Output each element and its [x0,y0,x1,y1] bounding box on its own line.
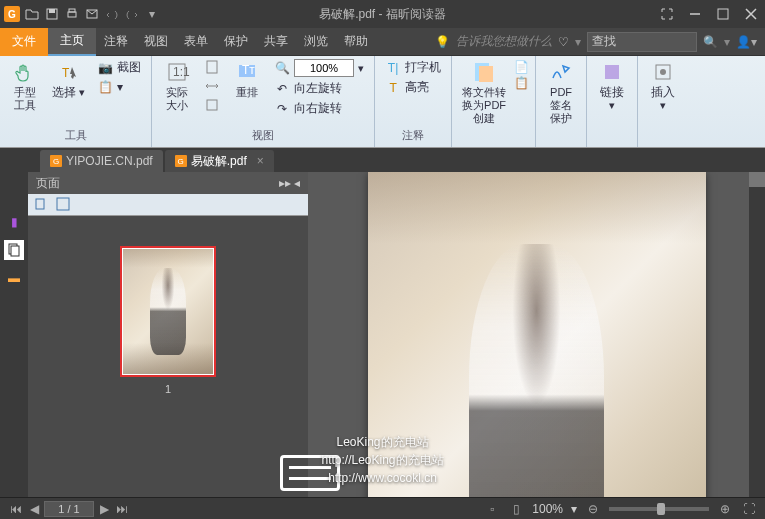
tab-close-icon[interactable]: × [257,154,264,168]
zoom-slider[interactable] [609,507,709,511]
dropdown-icon[interactable]: ▾ [575,35,581,49]
svg-rect-20 [11,246,19,256]
zoom-value: 100% [532,502,563,516]
fit-width-button[interactable] [200,77,224,95]
zoom-out-button[interactable]: 🔍 ▾ [270,58,368,78]
fullscreen-icon[interactable]: ⛶ [741,501,757,517]
select-button[interactable]: T 选择 ▾ [48,58,89,101]
workspace: ▮ ▬ 页面 ▸▸ ◂ 1 [0,172,765,497]
fit-visible-button[interactable] [200,96,224,114]
svg-rect-10 [207,61,217,73]
convert-opt2-icon[interactable]: 📋 [514,76,529,90]
save-icon[interactable] [44,6,60,22]
fit-page-button[interactable] [200,58,224,76]
search-icon[interactable]: 🔍 [703,35,718,49]
thumb-small-icon[interactable] [34,197,50,213]
rotate-right-button[interactable]: ↷向右旋转 [270,99,368,118]
email-icon[interactable] [84,6,100,22]
redo-icon[interactable] [124,6,140,22]
doc-tab-2[interactable]: G 易破解.pdf × [165,150,274,172]
zoom-in-icon[interactable]: ⊕ [717,501,733,517]
pdf-page [368,172,706,497]
convert-button[interactable]: 将文件转 换为PDF 创建 [458,58,510,127]
svg-text:T: T [62,66,70,80]
scroll-thumb[interactable] [749,172,765,187]
close-button[interactable] [737,0,765,28]
document-viewer[interactable] [308,172,765,497]
ribbon: 手型 工具 T 选择 ▾ 📷截图 📋▾ 工具 1:1 实际 大小 [0,56,765,148]
svg-rect-22 [57,198,69,210]
search-input[interactable]: 查找 [587,32,697,52]
group-annotate-label: 注释 [381,126,445,145]
tab-annotate[interactable]: 注释 [96,33,136,50]
layout-single-icon[interactable]: ▫ [484,501,500,517]
left-rail: ▮ ▬ [0,172,28,497]
typewriter-button[interactable]: T|打字机 [381,58,445,77]
link-button[interactable]: 链接▾ [593,58,631,114]
snapshot-button[interactable]: 📷截图 [93,58,145,77]
svg-text:1:1: 1:1 [173,65,190,79]
next-page-icon[interactable]: ▶ [96,501,112,517]
doc-tab-1[interactable]: G YIPOJIE.CN.pdf [40,150,163,172]
panel-title: 页面 [36,175,60,192]
comments-rail-icon[interactable]: ▬ [4,268,24,288]
rotate-left-button[interactable]: ↶向左旋转 [270,79,368,98]
page-input[interactable] [44,501,94,517]
svg-rect-11 [207,100,217,110]
dropdown-icon[interactable]: ▾ [144,6,160,22]
heart-icon[interactable]: ♡ [558,35,569,49]
svg-rect-2 [68,12,76,17]
open-icon[interactable] [24,6,40,22]
bulb-icon[interactable]: 💡 [435,35,450,49]
svg-rect-21 [36,199,44,209]
user-icon[interactable]: 👤▾ [736,35,757,49]
svg-rect-3 [69,9,75,12]
tab-protect[interactable]: 保护 [216,33,256,50]
reflow-button[interactable]: Tт 重排 [228,58,266,101]
tab-share[interactable]: 共享 [256,33,296,50]
actual-size-button[interactable]: 1:1 实际 大小 [158,58,196,114]
menubar: 文件 主页 注释 视图 表单 保护 共享 浏览 帮助 💡 告诉我您想做什么 ♡ … [0,28,765,56]
minimize-button[interactable] [681,0,709,28]
first-page-icon[interactable]: ⏮ [8,501,24,517]
bookmark-rail-icon[interactable]: ▮ [4,212,24,232]
tab-file[interactable]: 文件 [0,28,48,56]
group-view-label: 视图 [158,126,368,145]
tell-me[interactable]: 告诉我您想做什么 [456,33,552,50]
print-icon[interactable] [64,6,80,22]
pages-panel: 页面 ▸▸ ◂ 1 [28,172,308,497]
tab-browse[interactable]: 浏览 [296,33,336,50]
svg-rect-16 [605,65,619,79]
clipboard-button[interactable]: 📋▾ [93,78,145,96]
maximize-button[interactable] [709,0,737,28]
prev-page-icon[interactable]: ◀ [26,501,42,517]
tab-view[interactable]: 视图 [136,33,176,50]
fullscreen-icon[interactable] [653,0,681,28]
pages-rail-icon[interactable] [4,240,24,260]
zoom-input[interactable] [294,59,354,77]
layout-continuous-icon[interactable]: ▯ [508,501,524,517]
undo-icon[interactable] [104,6,120,22]
tab-form[interactable]: 表单 [176,33,216,50]
svg-text:Tт: Tт [242,63,255,77]
search-dropdown-icon[interactable]: ▾ [724,35,730,49]
convert-opt-icon[interactable]: 📄 [514,60,529,74]
svg-rect-15 [479,66,493,82]
tab-help[interactable]: 帮助 [336,33,376,50]
tab-home[interactable]: 主页 [48,28,96,56]
thumb-large-icon[interactable] [56,197,72,213]
vertical-scrollbar[interactable] [749,172,765,497]
insert-button[interactable]: 插入▾ [644,58,682,114]
hand-tool-button[interactable]: 手型 工具 [6,58,44,114]
svg-rect-1 [49,9,55,13]
thumbnail-1[interactable] [120,246,216,377]
panel-collapse-icon[interactable]: ▸▸ ◂ [279,176,300,190]
pdf-icon: G [175,155,187,167]
svg-rect-6 [718,9,728,19]
watermark-logo [280,455,340,491]
highlight-button[interactable]: T高亮 [381,78,445,97]
last-page-icon[interactable]: ⏭ [114,501,130,517]
zoom-out-icon[interactable]: ⊖ [585,501,601,517]
pdf-sign-button[interactable]: PDF 签名 保护 [542,58,580,127]
titlebar: G ▾ 易破解.pdf - 福昕阅读器 [0,0,765,28]
